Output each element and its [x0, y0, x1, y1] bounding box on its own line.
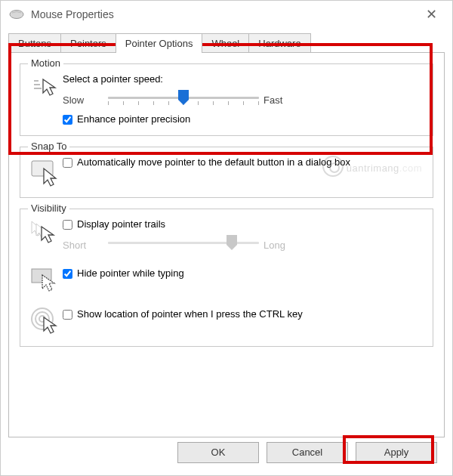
pointer-speed-icon — [28, 73, 63, 99]
tab-wheel[interactable]: Wheel — [202, 33, 249, 53]
hide-typing-label: Hide pointer while typing — [77, 267, 184, 279]
close-icon[interactable]: ✕ — [418, 3, 445, 26]
cancel-button[interactable]: Cancel — [267, 442, 348, 463]
pointer-trails-icon — [28, 218, 63, 247]
trails-label: Display pointer trails — [77, 218, 165, 230]
slow-label: Slow — [63, 94, 103, 106]
motion-legend: Motion — [28, 57, 63, 69]
snapto-label: Automatically move pointer to the defaul… — [77, 156, 350, 168]
apply-button[interactable]: Apply — [356, 442, 437, 463]
tabstrip: Buttons Pointers Pointer Options Wheel H… — [1, 32, 452, 52]
pointer-speed-slider[interactable] — [108, 91, 259, 109]
mouse-icon — [8, 9, 25, 20]
titlebar: Mouse Properties ✕ — [1, 1, 452, 28]
snapto-checkbox[interactable]: Automatically move pointer to the defaul… — [63, 156, 425, 168]
ctrl-locate-checkbox[interactable]: Show location of pointer when I press th… — [63, 308, 425, 320]
mouse-properties-window: Mouse Properties ✕ Buttons Pointers Poin… — [0, 0, 453, 476]
enhance-precision-checkbox[interactable]: Enhance pointer precision — [63, 113, 425, 125]
window-title: Mouse Properties — [31, 8, 418, 20]
long-label: Long — [263, 240, 304, 251]
visibility-group: Visibility Display pointer trails — [20, 209, 433, 347]
trails-checkbox[interactable]: Display pointer trails — [63, 218, 425, 230]
ctrl-locate-label: Show location of pointer when I press th… — [77, 308, 303, 320]
enhance-precision-label: Enhance pointer precision — [77, 113, 190, 125]
tab-pointers[interactable]: Pointers — [60, 33, 116, 53]
snapto-group: Snap To Automatically move pointer to th… — [20, 147, 433, 198]
tab-pointer-options[interactable]: Pointer Options — [116, 33, 203, 53]
tab-hardware[interactable]: Hardware — [248, 33, 310, 53]
ok-button[interactable]: OK — [177, 442, 259, 463]
visibility-legend: Visibility — [28, 202, 69, 214]
snapto-legend: Snap To — [28, 141, 69, 152]
hide-typing-checkbox[interactable]: Hide pointer while typing — [63, 267, 425, 279]
short-label: Short — [63, 240, 103, 251]
motion-group: Motion Select a pointer speed: Slow — [20, 63, 433, 136]
select-speed-label: Select a pointer speed: — [63, 73, 425, 85]
tab-panel: Motion Select a pointer speed: Slow — [8, 52, 445, 437]
hide-typing-icon — [28, 264, 63, 293]
ctrl-locate-icon — [28, 304, 63, 335]
tab-buttons[interactable]: Buttons — [8, 33, 61, 53]
pointer-trails-slider — [108, 236, 259, 254]
snapto-icon — [28, 156, 63, 187]
dialog-button-bar: OK Cancel Apply — [177, 442, 437, 463]
fast-label: Fast — [263, 94, 304, 106]
